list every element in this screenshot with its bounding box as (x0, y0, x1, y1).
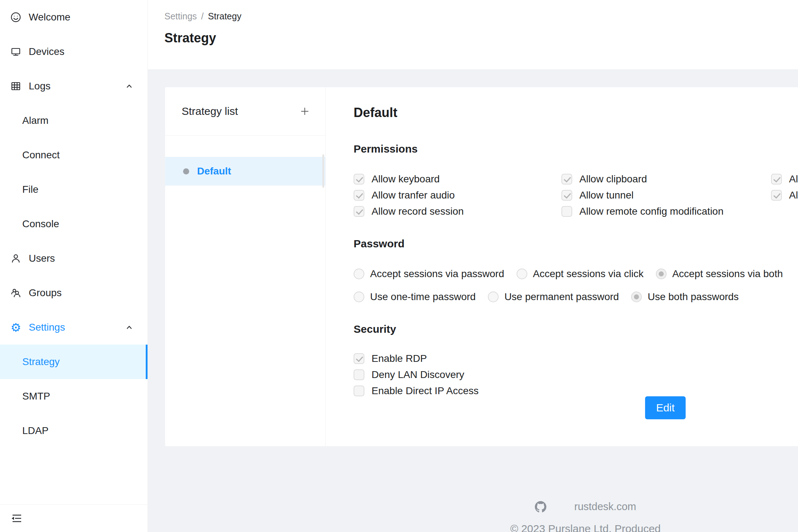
checkbox-icon (561, 206, 572, 217)
sidebar-item-connect[interactable]: Connect (0, 138, 148, 172)
page-title: Strategy (164, 30, 798, 46)
edit-button[interactable]: Edit (645, 396, 686, 419)
sidebar: Welcome Devices Logs Alarm Connect (0, 0, 148, 532)
strategy-list-body: Default (165, 136, 325, 186)
security-heading: Security (354, 322, 798, 336)
smiley-icon (10, 11, 22, 23)
strategy-card: Strategy list Default Default (165, 87, 798, 446)
plus-icon (300, 107, 309, 116)
radio-use-permanent-password[interactable]: Use permanent password (488, 291, 619, 302)
permissions-grid: Allow keyboard Allow clipboard All Allow… (354, 174, 798, 217)
checkbox-icon (561, 190, 572, 201)
sidebar-item-alarm[interactable]: Alarm (0, 103, 148, 138)
strategy-list-panel: Strategy list Default (165, 87, 326, 446)
radio-accept-sessions-via-both[interactable]: Accept sessions via both (656, 269, 783, 279)
sidebar-item-label: Connect (22, 149, 60, 161)
checkbox-icon (354, 369, 364, 380)
menu-fold-icon[interactable] (10, 513, 22, 524)
sidebar-item-label: Devices (29, 46, 65, 57)
strategy-status-dot (183, 168, 189, 174)
radio-use-one-time-password[interactable]: Use one-time password (354, 291, 476, 302)
radio-icon (631, 291, 642, 302)
scrollbar-thumb[interactable] (322, 154, 324, 188)
strategy-list-title: Strategy list (182, 105, 238, 117)
breadcrumb-strategy: Strategy (208, 11, 241, 22)
radio-icon (517, 269, 527, 279)
password-type-radio-group: Use one-time password Use permanent pass… (354, 291, 798, 302)
sidebar-item-file[interactable]: File (0, 172, 148, 207)
strategy-detail: Default Permissions Allow keyboard Allow… (326, 87, 798, 446)
checkbox-icon (354, 353, 364, 364)
sidebar-item-devices[interactable]: Devices (0, 34, 148, 69)
checkbox-allow-truncated-2[interactable]: All (771, 190, 798, 201)
checkbox-allow-remote-config-modification[interactable]: Allow remote config modification (561, 206, 771, 217)
breadcrumb-settings[interactable]: Settings (164, 11, 197, 22)
sidebar-footer (0, 504, 148, 532)
monitor-icon (10, 46, 22, 57)
checkbox-enable-rdp[interactable]: Enable RDP (354, 353, 798, 364)
sidebar-item-label: Alarm (22, 115, 48, 126)
radio-accept-sessions-via-click[interactable]: Accept sessions via click (517, 269, 644, 279)
strategy-list-item-default[interactable]: Default (165, 157, 325, 186)
github-icon[interactable] (535, 501, 546, 513)
sidebar-item-groups[interactable]: Groups (0, 276, 148, 310)
sidebar-item-label: Groups (29, 287, 62, 299)
sidebar-item-label: File (22, 184, 38, 195)
checkbox-enable-direct-ip-access[interactable]: Enable Direct IP Access (354, 386, 798, 396)
checkbox-allow-tunnel[interactable]: Allow tunnel (561, 190, 771, 201)
sidebar-item-console[interactable]: Console (0, 207, 148, 241)
strategy-detail-title: Default (354, 104, 798, 121)
checkbox-icon (354, 206, 364, 217)
users-icon (10, 287, 22, 299)
checkbox-icon (771, 174, 782, 185)
sidebar-item-settings[interactable]: ⚙ Settings (0, 310, 148, 345)
sidebar-item-label: Console (22, 218, 59, 230)
breadcrumb-separator: / (201, 11, 204, 22)
sidebar-item-users[interactable]: Users (0, 241, 148, 276)
sidebar-item-welcome[interactable]: Welcome (0, 0, 148, 34)
checkbox-icon (354, 190, 364, 201)
checkbox-allow-truncated-1[interactable]: All (771, 174, 798, 185)
radio-icon (656, 269, 667, 279)
table-grid-icon (10, 80, 22, 92)
checkbox-deny-lan-discovery[interactable]: Deny LAN Discovery (354, 369, 798, 380)
permissions-heading: Permissions (354, 142, 798, 156)
sidebar-item-smtp[interactable]: SMTP (0, 379, 148, 414)
checkbox-allow-keyboard[interactable]: Allow keyboard (354, 174, 561, 185)
sidebar-item-label: Welcome (29, 11, 70, 23)
checkbox-icon (354, 174, 364, 185)
checkbox-icon (354, 386, 364, 396)
sidebar-item-label: Strategy (22, 356, 60, 368)
sidebar-item-label: Logs (29, 80, 51, 92)
password-heading: Password (354, 237, 798, 251)
radio-icon (354, 269, 364, 279)
footer-links: rustdesk.com (148, 501, 798, 513)
sidebar-item-label: Settings (29, 322, 65, 333)
strategy-list-header: Strategy list (165, 87, 325, 136)
sidebar-item-label: LDAP (22, 425, 48, 437)
sidebar-item-logs[interactable]: Logs (0, 69, 148, 103)
chevron-up-icon (125, 82, 133, 90)
radio-icon (354, 291, 364, 302)
sidebar-item-label: Users (29, 253, 55, 264)
breadcrumb: Settings / Strategy (164, 11, 798, 22)
radio-accept-sessions-via-password[interactable]: Accept sessions via password (354, 269, 504, 279)
page-footer: rustdesk.com © 2023 Purslane Ltd. Produc… (148, 501, 798, 532)
sidebar-item-ldap[interactable]: LDAP (0, 414, 148, 448)
checkbox-allow-tranfer-audio[interactable]: Allow tranfer audio (354, 190, 561, 201)
security-checkbox-group: Enable RDP Deny LAN Discovery Enable Dir… (354, 353, 798, 396)
user-icon (10, 253, 22, 264)
radio-icon (488, 291, 499, 302)
sidebar-item-label: SMTP (22, 391, 50, 402)
sidebar-item-strategy[interactable]: Strategy (0, 345, 148, 379)
page-header: Settings / Strategy Strategy (148, 0, 798, 69)
checkbox-icon (561, 174, 572, 185)
add-strategy-button[interactable] (299, 105, 311, 117)
footer-link-rustdesk[interactable]: rustdesk.com (574, 501, 636, 513)
gear-icon: ⚙ (10, 322, 22, 333)
checkbox-allow-record-session[interactable]: Allow record session (354, 206, 561, 217)
checkbox-allow-clipboard[interactable]: Allow clipboard (561, 174, 771, 185)
radio-use-both-passwords[interactable]: Use both passwords (631, 291, 739, 302)
chevron-up-icon (125, 323, 133, 331)
password-session-radio-group: Accept sessions via password Accept sess… (354, 269, 798, 279)
